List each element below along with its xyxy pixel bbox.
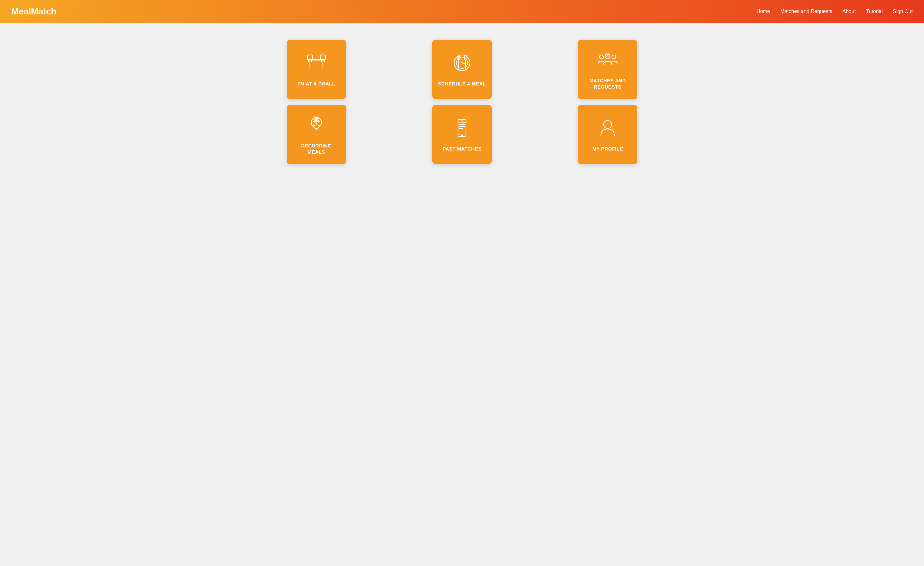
app-header: MealMatch Home Matches and Requests Abou…: [0, 0, 924, 23]
card-schedule-label: SCHEDULE A MEAL: [438, 81, 486, 87]
card-dhall-label: I'M AT A DHALL: [297, 81, 335, 87]
svg-point-20: [599, 55, 603, 59]
card-past-matches-label: PAST MATCHES: [442, 146, 482, 152]
dining-table-icon: [305, 51, 328, 75]
card-matches-label: MATCHES AND REQUESTS: [584, 78, 632, 90]
card-recurring[interactable]: RECURRING MEALS: [287, 105, 346, 164]
svg-point-30: [461, 120, 463, 121]
matches-requests-icon: [596, 48, 619, 72]
main-nav: Home Matches and Requests About Tutorial…: [756, 9, 913, 14]
svg-rect-1: [308, 55, 312, 59]
nav-matches[interactable]: Matches and Requests: [780, 9, 832, 14]
card-recurring-label: RECURRING MEALS: [292, 143, 340, 155]
card-profile-label: MY PROFILE: [592, 146, 623, 152]
app-logo: MealMatch: [11, 6, 56, 17]
svg-point-18: [461, 62, 463, 63]
past-matches-icon: [451, 117, 473, 140]
card-profile[interactable]: MY PROFILE: [578, 105, 637, 164]
schedule-meal-icon: [451, 51, 473, 75]
main-content: I'M AT A DHALL: [264, 23, 660, 187]
svg-point-31: [461, 135, 463, 136]
cards-row-2: RECURRING MEALS: [287, 105, 637, 164]
card-past-matches[interactable]: PAST MATCHES: [432, 105, 492, 164]
profile-icon: [596, 117, 619, 140]
nav-tutorial[interactable]: Tutorial: [866, 9, 883, 14]
svg-point-19: [605, 54, 610, 59]
recurring-icon: [305, 113, 328, 137]
nav-home[interactable]: Home: [756, 9, 770, 14]
card-dhall[interactable]: I'M AT A DHALL: [287, 40, 346, 99]
nav-signout[interactable]: Sign Out: [893, 9, 913, 14]
svg-rect-2: [320, 55, 326, 59]
card-schedule[interactable]: SCHEDULE A MEAL: [432, 40, 492, 99]
svg-point-21: [612, 55, 616, 59]
nav-about[interactable]: About: [843, 9, 856, 14]
card-matches[interactable]: MATCHES AND REQUESTS: [578, 40, 637, 99]
cards-row-1: I'M AT A DHALL: [287, 40, 637, 99]
svg-point-32: [604, 120, 612, 128]
